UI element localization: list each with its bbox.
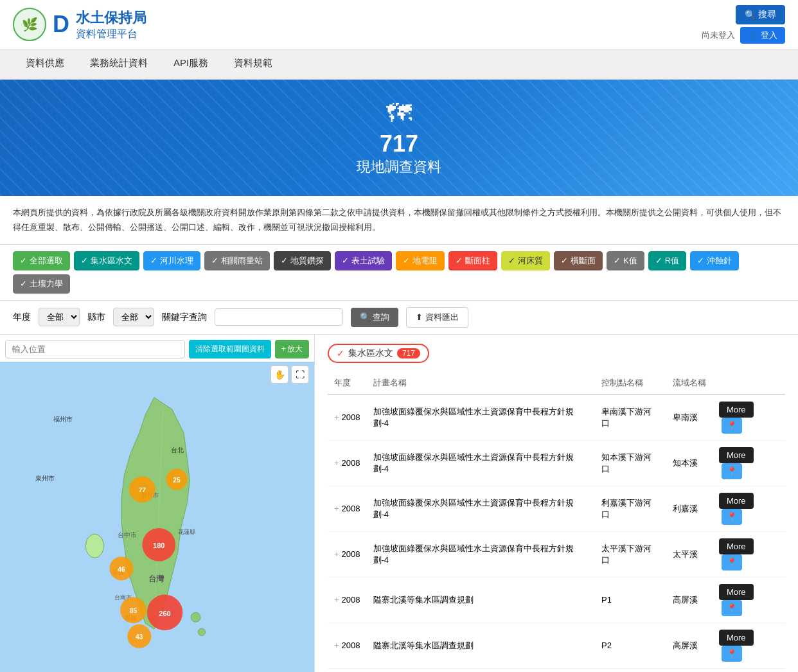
filter-tag-4[interactable]: ✓ 地質鑽探 [274, 251, 331, 270]
map-svg: 福州市 泉州市 台北 新竹市 台中市 花蓮縣 嘉義 台灣 台南市 高雄 77 2… [0, 362, 314, 672]
expand-icon[interactable]: + [334, 412, 339, 422]
svg-text:福州市: 福州市 [53, 415, 73, 422]
keyword-input[interactable] [215, 308, 343, 326]
svg-text:花蓮縣: 花蓮縣 [178, 529, 195, 535]
location-button[interactable]: 📍 [722, 463, 742, 479]
cell-year: +2008 [328, 486, 367, 531]
expand-icon[interactable]: + [334, 458, 339, 468]
expand-icon[interactable]: + [334, 549, 339, 559]
search-icon: 🔍 [745, 10, 756, 20]
cell-basin: 卑南溪 [666, 394, 713, 441]
map-zoom-button[interactable]: + 放大 [275, 340, 309, 358]
year-select[interactable]: 全部 [39, 308, 80, 326]
cell-year: +2008 [328, 623, 367, 668]
expand-icon[interactable]: + [334, 595, 339, 605]
svg-text:180: 180 [153, 542, 165, 549]
filter-label: 集水區水文 [91, 255, 132, 267]
expand-icon[interactable]: + [334, 641, 339, 650]
year-label: 年度 [13, 312, 31, 323]
cell-plan: 加強坡面綠覆保水與區域性水土資源保育中長程方針規劃-4 [367, 486, 595, 531]
table-row: +2008 加強坡面綠覆保水與區域性水土資源保育中長程方針規劃-4 卑南溪下游河… [328, 394, 785, 441]
more-button[interactable]: More [719, 630, 754, 646]
main-content: 清除選取範圍圖資料 + 放大 ✋ ⛶ 福州市 泉州市 台 [0, 335, 798, 672]
svg-text:46: 46 [118, 565, 125, 572]
nav-item-api[interactable]: API服務 [161, 49, 221, 79]
expand-icon[interactable]: + [334, 504, 339, 513]
filter-label: 斷面柱 [465, 255, 490, 267]
query-button[interactable]: 🔍 查詢 [351, 308, 398, 327]
table-row: +2008 加強坡面綠覆保水與區域性水土資源保育中長程方針規劃-4 太平溪下游河… [328, 531, 785, 577]
filter-tag-1[interactable]: ✓ 集水區水文 [74, 251, 139, 270]
filter-tag-9[interactable]: ✓ 橫斷面 [554, 251, 603, 270]
filter-tag-11[interactable]: ✓ R值 [648, 251, 686, 270]
map-hand-tool[interactable]: ✋ [270, 366, 288, 384]
cell-control: 利嘉溪下游河口 [595, 486, 666, 531]
nav-item-data-supply[interactable]: 資料供應 [13, 49, 77, 79]
cell-actions: More 📍 [713, 623, 785, 668]
nav-item-stats[interactable]: 業務統計資料 [77, 49, 161, 79]
svg-point-2 [191, 612, 200, 622]
location-button[interactable]: 📍 [722, 418, 742, 434]
filter-tag-12[interactable]: ✓ 沖蝕針 [690, 251, 739, 270]
more-button[interactable]: More [719, 447, 754, 463]
county-select[interactable]: 全部 [113, 308, 154, 326]
map-location-input[interactable] [5, 340, 185, 358]
cell-plan: 加強坡面綠覆保水與區域性水土資源保育中長程方針規劃-4 [367, 394, 595, 441]
location-button[interactable]: 📍 [722, 554, 742, 570]
filter-tag-13[interactable]: ✓ 土壤力學 [13, 274, 70, 294]
table-header-row: 年度 計畫名稱 控制點名稱 流域名稱 [328, 372, 785, 394]
map-fullscreen-tool[interactable]: ⛶ [291, 366, 309, 384]
filter-label: 表土試驗 [351, 255, 385, 267]
svg-text:260: 260 [159, 610, 171, 617]
filter-label: R值 [665, 255, 679, 267]
filter-label: 沖蝕針 [707, 255, 732, 267]
table-row: +2008 加強坡面綠覆保水與區域性水土資源保育中長程方針規劃-4 知本溪下游河… [328, 440, 785, 486]
export-button[interactable]: ⬆ 資料匯出 [406, 307, 468, 328]
filter-tag-5[interactable]: ✓ 表土試驗 [335, 251, 392, 270]
search-button[interactable]: 🔍 搜尋 [736, 5, 785, 24]
cell-control: 太平溪下游河口 [595, 531, 666, 577]
login-button[interactable]: 👤 登入 [740, 27, 785, 44]
location-button[interactable]: 📍 [722, 600, 742, 616]
cell-control: 知本溪下游河口 [595, 440, 666, 486]
table-row: +2008 隘寨北溪等集水區調查規劃 P1 高屏溪 More 📍 [328, 577, 785, 623]
more-button[interactable]: More [719, 402, 754, 418]
filter-tag-6[interactable]: ✓ 地電阻 [396, 251, 445, 270]
location-button[interactable]: 📍 [722, 509, 742, 525]
logo-emblem: 🌿 [13, 8, 46, 41]
filter-tag-2[interactable]: ✓ 河川水理 [143, 251, 200, 270]
more-button[interactable]: More [719, 584, 754, 600]
table-row: +2008 加強坡面綠覆保水與區域性水土資源保育中長程方針規劃-4 利嘉溪下游河… [328, 486, 785, 531]
not-logged-in-label: 尚未登入 [702, 30, 735, 41]
svg-text:85: 85 [130, 607, 137, 614]
col-control: 控制點名稱 [595, 372, 666, 394]
cell-year: +2008 [328, 577, 367, 623]
filter-check-icon: ✓ [508, 256, 515, 265]
header-right: 🔍 搜尋 尚未登入 👤 登入 [702, 5, 785, 44]
filter-tag-8[interactable]: ✓ 河床質 [501, 251, 550, 270]
map-clear-button[interactable]: 清除選取範圍圖資料 [189, 340, 271, 358]
nav-item-data-spec[interactable]: 資料規範 [221, 49, 285, 79]
filter-tag-3[interactable]: ✓ 相關雨量站 [204, 251, 270, 270]
filter-check-icon: ✓ [456, 256, 463, 265]
table-row: +2008 隘寨北溪等集水區調查規劃 P2 高屏溪 More 📍 [328, 623, 785, 668]
cell-actions: More 📍 [713, 577, 785, 623]
org-name-line1: 水土保持局 [76, 8, 146, 28]
active-filter-tag[interactable]: ✓ 集水區水文 717 [328, 344, 429, 363]
cell-actions: More 📍 [713, 394, 785, 441]
filter-bar: ✓ 全部選取✓ 集水區水文✓ 河川水理✓ 相關雨量站✓ 地質鑽探✓ 表土試驗✓ … [0, 245, 798, 301]
filter-tag-0[interactable]: ✓ 全部選取 [13, 251, 70, 270]
filter-tag-7[interactable]: ✓ 斷面柱 [448, 251, 497, 270]
more-button[interactable]: More [719, 493, 754, 509]
data-panel: ✓ 集水區水文 717 年度 計畫名稱 控制點名稱 流域名稱 +2008 加強坡… [315, 335, 798, 672]
more-button[interactable]: More [719, 538, 754, 554]
search-bar: 年度 全部 縣市 全部 關鍵字查詢 🔍 查詢 ⬆ 資料匯出 [0, 301, 798, 335]
map-controls: 清除選取範圍圖資料 + 放大 [5, 340, 309, 358]
filter-label: 全部選取 [30, 255, 63, 267]
filter-tag-10[interactable]: ✓ K值 [607, 251, 644, 270]
location-button[interactable]: 📍 [722, 646, 742, 662]
main-nav: 資料供應 業務統計資料 API服務 資料規範 [0, 49, 798, 80]
count-badge: 717 [397, 348, 420, 358]
filter-label: 河床質 [518, 255, 543, 267]
map-panel: 清除選取範圍圖資料 + 放大 ✋ ⛶ 福州市 泉州市 台 [0, 335, 315, 672]
